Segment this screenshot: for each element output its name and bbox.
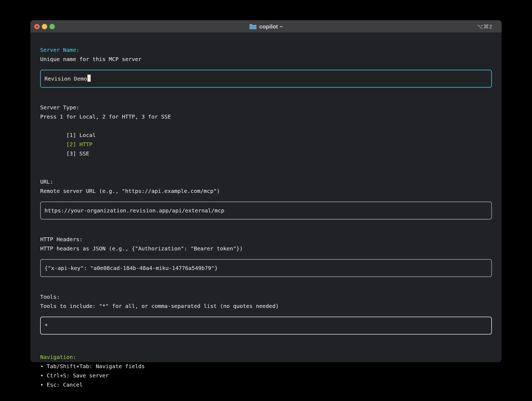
tools-input[interactable]: * bbox=[40, 317, 492, 335]
http-headers-description: HTTP headers as JSON (e.g., {"Authorizat… bbox=[40, 244, 492, 253]
tools-section: Tools: Tools to include: "*" for all, or… bbox=[40, 292, 492, 335]
url-input[interactable]: https://your-organization.revision.app/a… bbox=[40, 202, 492, 219]
fullscreen-button[interactable] bbox=[49, 24, 55, 29]
traffic-lights bbox=[30, 24, 55, 29]
server-type-label: Server Type: bbox=[40, 103, 492, 112]
modified-dot-icon bbox=[36, 26, 38, 27]
http-headers-section: HTTP Headers: HTTP headers as JSON (e.g.… bbox=[40, 235, 492, 277]
url-section: URL: Remote server URL (e.g., "https://a… bbox=[40, 177, 492, 219]
navigation-label: Navigation: bbox=[40, 352, 492, 362]
navigation-help: Navigation: • Tab/Shift+Tab: Navigate fi… bbox=[40, 352, 492, 389]
url-label: URL: bbox=[40, 177, 492, 186]
server-name-value: Revision Demo bbox=[45, 75, 87, 82]
server-name-section: Server Name: Unique name for this MCP se… bbox=[40, 45, 492, 88]
window-shortcut-badge: ⌥⌘2 bbox=[477, 23, 502, 30]
server-type-section: Server Type: Press 1 for Local, 2 for HT… bbox=[40, 103, 492, 167]
url-value: https://your-organization.revision.app/a… bbox=[45, 207, 224, 214]
window-title: copilot ~ bbox=[259, 23, 283, 30]
server-name-input[interactable]: Revision Demo bbox=[40, 70, 492, 88]
server-type-option-local[interactable]: [1] Local bbox=[66, 132, 96, 138]
tools-value: * bbox=[45, 322, 48, 329]
window-title-area: copilot ~ bbox=[30, 20, 502, 33]
folder-icon bbox=[249, 24, 257, 30]
http-headers-label: HTTP Headers: bbox=[40, 235, 492, 244]
server-type-description: Press 1 for Local, 2 for HTTP, 3 for SSE bbox=[40, 112, 492, 121]
tools-label: Tools: bbox=[40, 292, 492, 301]
navigation-item-save: • Ctrl+S: Save server bbox=[40, 371, 492, 380]
server-type-option-http[interactable]: [2] HTTP bbox=[66, 141, 92, 148]
terminal-window: copilot ~ ⌥⌘2 Server Name: Unique name f… bbox=[30, 20, 502, 362]
window-titlebar[interactable]: copilot ~ ⌥⌘2 bbox=[30, 20, 502, 33]
close-button[interactable] bbox=[34, 24, 40, 29]
server-name-label: Server Name: bbox=[40, 45, 492, 55]
server-type-options: [1] Local [2] HTTP [3] SSE bbox=[40, 121, 492, 167]
server-type-option-sse[interactable]: [3] SSE bbox=[66, 150, 89, 157]
terminal-content: Server Name: Unique name for this MCP se… bbox=[30, 33, 502, 389]
navigation-item-cancel: • Esc: Cancel bbox=[40, 380, 492, 389]
text-cursor bbox=[87, 75, 91, 82]
navigation-item-tab: • Tab/Shift+Tab: Navigate fields bbox=[40, 362, 492, 371]
server-name-description: Unique name for this MCP server bbox=[40, 55, 492, 64]
url-description: Remote server URL (e.g., "https://api.ex… bbox=[40, 186, 492, 196]
http-headers-value: {"x-api-key": "a0e08cad-184b-48a4-miku-1… bbox=[45, 265, 218, 271]
minimize-button[interactable] bbox=[42, 24, 47, 29]
tools-description: Tools to include: "*" for all, or comma-… bbox=[40, 301, 492, 311]
http-headers-input[interactable]: {"x-api-key": "a0e08cad-184b-48a4-miku-1… bbox=[40, 259, 492, 277]
